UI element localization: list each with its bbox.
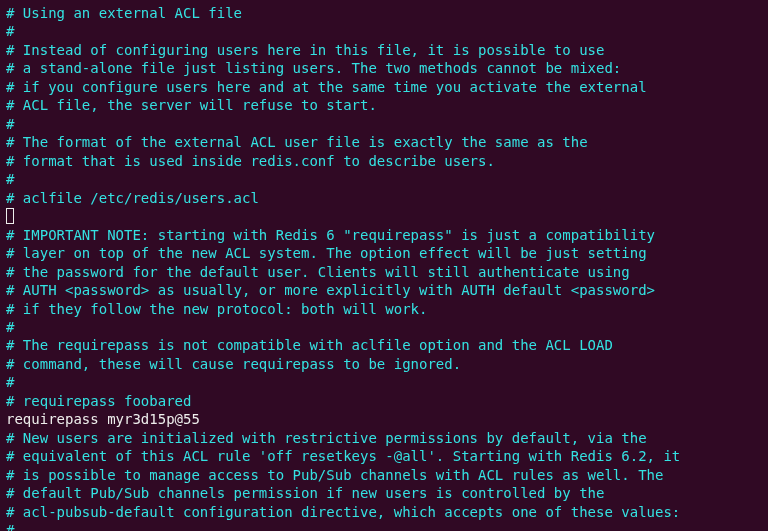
comment-text: # [6, 374, 14, 390]
config-line[interactable]: # is possible to manage access to Pub/Su… [6, 466, 762, 484]
config-line[interactable]: # [6, 115, 762, 133]
config-line[interactable]: # ACL file, the server will refuse to st… [6, 96, 762, 114]
comment-text: # New users are initialized with restric… [6, 430, 647, 446]
comment-text: # [6, 23, 14, 39]
comment-text: # requirepass foobared [6, 393, 191, 409]
config-line[interactable]: # the password for the default user. Cli… [6, 263, 762, 281]
comment-text: # default Pub/Sub channels permission if… [6, 485, 604, 501]
comment-text: # if they follow the new protocol: both … [6, 301, 427, 317]
comment-text: # [6, 522, 14, 531]
config-line[interactable]: # layer on top of the new ACL system. Th… [6, 244, 762, 262]
text-editor-viewport[interactable]: # Using an external ACL file## Instead o… [6, 4, 762, 531]
config-line[interactable] [6, 207, 762, 225]
comment-text: # [6, 171, 14, 187]
comment-text: # command, these will cause requirepass … [6, 356, 461, 372]
config-line[interactable]: # a stand-alone file just listing users.… [6, 59, 762, 77]
config-line[interactable]: # The format of the external ACL user fi… [6, 133, 762, 151]
config-line[interactable]: # [6, 373, 762, 391]
config-line[interactable]: # New users are initialized with restric… [6, 429, 762, 447]
comment-text: # equivalent of this ACL rule 'off reset… [6, 448, 680, 464]
config-line[interactable]: # if they follow the new protocol: both … [6, 300, 762, 318]
comment-text: # AUTH <password> as usually, or more ex… [6, 282, 655, 298]
config-line[interactable]: # [6, 22, 762, 40]
config-line[interactable]: # [6, 318, 762, 336]
config-line[interactable]: # equivalent of this ACL rule 'off reset… [6, 447, 762, 465]
comment-text: # the password for the default user. Cli… [6, 264, 630, 280]
comment-text: # format that is used inside redis.conf … [6, 153, 495, 169]
comment-text: # Instead of configuring users here in t… [6, 42, 604, 58]
comment-text: # The requirepass is not compatible with… [6, 337, 613, 353]
config-line[interactable]: # format that is used inside redis.conf … [6, 152, 762, 170]
config-line[interactable]: # [6, 521, 762, 531]
config-line[interactable]: # Using an external ACL file [6, 4, 762, 22]
config-line[interactable]: # default Pub/Sub channels permission if… [6, 484, 762, 502]
text-cursor [6, 208, 14, 224]
comment-text: # aclfile /etc/redis/users.acl [6, 190, 259, 206]
config-line[interactable]: # Instead of configuring users here in t… [6, 41, 762, 59]
comment-text: # [6, 116, 14, 132]
comment-text: # layer on top of the new ACL system. Th… [6, 245, 647, 261]
config-text: requirepass myr3d15p@55 [6, 411, 200, 427]
comment-text: # is possible to manage access to Pub/Su… [6, 467, 663, 483]
config-line[interactable]: # aclfile /etc/redis/users.acl [6, 189, 762, 207]
config-line[interactable]: # acl-pubsub-default configuration direc… [6, 503, 762, 521]
comment-text: # IMPORTANT NOTE: starting with Redis 6 … [6, 227, 655, 243]
comment-text: # [6, 319, 14, 335]
config-line[interactable]: # command, these will cause requirepass … [6, 355, 762, 373]
config-line[interactable]: # AUTH <password> as usually, or more ex… [6, 281, 762, 299]
comment-text: # ACL file, the server will refuse to st… [6, 97, 377, 113]
config-line[interactable]: # The requirepass is not compatible with… [6, 336, 762, 354]
config-line[interactable]: # IMPORTANT NOTE: starting with Redis 6 … [6, 226, 762, 244]
config-line[interactable]: # if you configure users here and at the… [6, 78, 762, 96]
comment-text: # acl-pubsub-default configuration direc… [6, 504, 680, 520]
config-line-requirepass[interactable]: requirepass myr3d15p@55 [6, 410, 762, 428]
config-line[interactable]: # [6, 170, 762, 188]
comment-text: # Using an external ACL file [6, 5, 242, 21]
comment-text: # if you configure users here and at the… [6, 79, 647, 95]
comment-text: # a stand-alone file just listing users.… [6, 60, 621, 76]
comment-text: # The format of the external ACL user fi… [6, 134, 588, 150]
config-line[interactable]: # requirepass foobared [6, 392, 762, 410]
